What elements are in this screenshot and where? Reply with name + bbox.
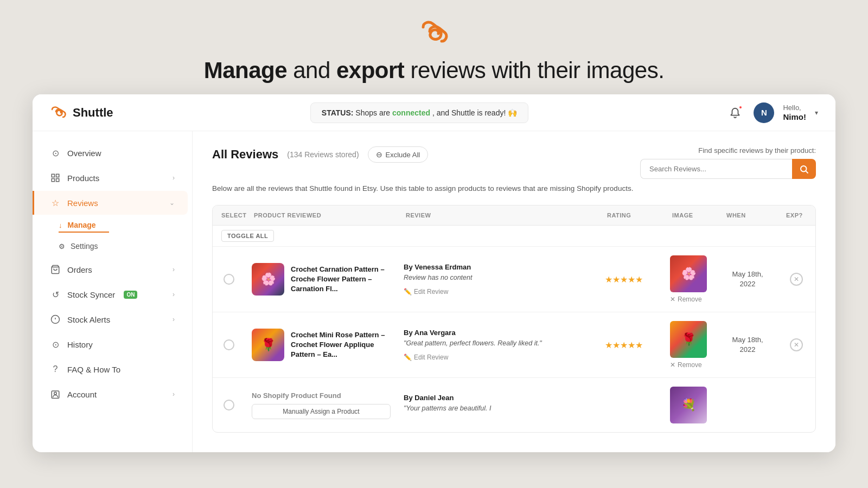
sidebar-item-history[interactable]: ⊙ History [37, 332, 188, 356]
edit-review-button-1[interactable]: ✏️ Edit Review [404, 288, 448, 296]
image-cell-1: 🌸 ✕ Remove [663, 255, 718, 303]
table-row: 🌹 Crochet Mini Rose Pattern – Crochet Fl… [213, 312, 815, 378]
status-badge: STATUS: Shops are connected , and Shuttl… [310, 102, 528, 123]
review-text-1: Review has no content [404, 273, 592, 283]
exp-cell-1: ✕ [777, 273, 815, 286]
product-thumb-2: 🌹 [252, 329, 284, 361]
app-body: ⊙ Overview Products › ☆ Reviews ⌄ [33, 131, 835, 452]
remove-x-icon-2: ✕ [670, 361, 675, 369]
reviews-search-wrapper: All Reviews (134 Reviews stored) ⊖ Exclu… [212, 146, 816, 179]
svg-point-10 [801, 166, 807, 172]
product-cell-2: 🌹 Crochet Mini Rose Pattern – Crochet Fl… [245, 329, 397, 361]
app-logo: Shuttle [50, 104, 113, 121]
stars-1: ★★★★★ [605, 274, 657, 285]
reviewer-name-2: By Ana Vergara [404, 329, 592, 337]
select-radio-2[interactable] [224, 339, 234, 350]
search-input[interactable] [640, 159, 792, 179]
edit-review-button-2[interactable]: ✏️ Edit Review [404, 354, 448, 361]
edit-icon-1: ✏️ [404, 288, 412, 296]
reviews-chevron: ⌄ [169, 199, 175, 207]
product-thumb-1: 🌸 [252, 263, 284, 296]
reviews-title-row: All Reviews (134 Reviews stored) ⊖ Exclu… [212, 146, 428, 163]
sidebar-item-stock-alerts[interactable]: Stock Alerts › [37, 307, 188, 331]
exp-remove-2[interactable]: ✕ [790, 338, 803, 351]
remove-button-1[interactable]: ✕ Remove [670, 296, 702, 303]
notification-button[interactable] [725, 103, 745, 123]
review-text-3: "Your patterns are beautiful. I [404, 404, 592, 414]
select-radio-3[interactable] [224, 400, 234, 410]
stock-syncer-chevron: › [173, 291, 175, 298]
products-chevron: › [173, 174, 175, 182]
select-radio-1[interactable] [224, 274, 234, 285]
remove-button-2[interactable]: ✕ Remove [670, 361, 702, 369]
manage-icon: ↓ [59, 221, 62, 229]
search-button[interactable] [792, 159, 816, 179]
reviews-icon: ☆ [50, 197, 61, 208]
sidebar-item-products[interactable]: Products › [37, 166, 188, 190]
account-icon [50, 389, 61, 400]
sidebar-item-orders[interactable]: Orders › [37, 258, 188, 281]
search-row [640, 159, 816, 179]
shuttle-logo-icon [50, 104, 67, 121]
sidebar-sub-settings[interactable]: ⚙ Settings [59, 237, 192, 255]
svg-rect-3 [56, 179, 59, 182]
svg-rect-2 [52, 179, 54, 182]
review-cell-3: By Daniel Jean "Your patterns are beauti… [397, 394, 598, 417]
exp-cell-2: ✕ [777, 338, 815, 351]
select-cell-3 [213, 400, 245, 410]
svg-line-11 [806, 171, 808, 173]
select-cell-2 [213, 339, 245, 350]
app-logo-text: Shuttle [73, 106, 113, 120]
select-cell-1 [213, 274, 245, 285]
notification-dot [738, 105, 743, 110]
overview-icon: ⊙ [50, 147, 61, 158]
stock-alerts-icon [50, 314, 61, 325]
toggle-all-button[interactable]: TOGGLE ALL [221, 230, 274, 242]
col-review: REVIEW [397, 206, 598, 225]
sidebar-label-stock-alerts: Stock Alerts [67, 315, 110, 324]
sidebar-label-history: History [67, 340, 93, 349]
main-content: All Reviews (134 Reviews stored) ⊖ Exclu… [193, 131, 835, 452]
assign-product-button[interactable]: Manually Assign a Product [252, 404, 391, 419]
date-cell-2: May 18th, 2022 [718, 335, 777, 355]
col-exp: EXP? [777, 206, 815, 225]
settings-sub-icon: ⚙ [59, 242, 65, 251]
svg-rect-1 [56, 174, 59, 177]
user-info: Hello, Nimo! [783, 104, 806, 121]
product-cell-1: 🌸 Crochet Carnation Pattern – Croche Flo… [245, 263, 397, 296]
sidebar-item-reviews[interactable]: ☆ Reviews ⌄ [33, 191, 188, 215]
search-label: Find specific reviews by their product: [698, 146, 816, 155]
user-avatar: N [754, 102, 774, 123]
date-text-2: May 18th, 2022 [724, 335, 771, 355]
sidebar-item-stock-syncer[interactable]: ↺ Stock Syncer ON › [37, 282, 188, 306]
description-text: Below are all the reviews that Shuttle f… [212, 183, 816, 194]
sidebar-sub-manage[interactable]: ↓ Manage [59, 216, 109, 233]
user-menu-chevron[interactable]: ▾ [815, 109, 818, 117]
sidebar-item-overview[interactable]: ⊙ Overview [37, 141, 188, 165]
sidebar-label-products: Products [67, 174, 99, 183]
image-cell-2: 🌹 ✕ Remove [663, 321, 718, 369]
rating-cell-1: ★★★★★ [598, 274, 663, 285]
app-window: Shuttle STATUS: Shops are connected , an… [33, 94, 835, 452]
col-when: WHEN [718, 206, 777, 225]
sidebar-label-reviews: Reviews [67, 198, 98, 208]
search-icon [799, 164, 809, 174]
header-right: N Hello, Nimo! ▾ [725, 102, 818, 123]
reviews-sub-menu: ↓ Manage ⚙ Settings [33, 216, 192, 255]
sidebar-item-account[interactable]: Account › [37, 382, 188, 406]
sidebar-label-settings: Settings [71, 242, 98, 251]
faq-icon: ? [50, 364, 61, 375]
exp-remove-1[interactable]: ✕ [790, 273, 803, 286]
exclude-all-button[interactable]: ⊖ Exclude All [368, 146, 429, 163]
table-row: No Shopify Product Found Manually Assign… [213, 378, 815, 432]
on-badge: ON [124, 291, 137, 299]
products-icon [50, 172, 61, 183]
search-section: Find specific reviews by their product: [640, 146, 816, 179]
app-logo-icon [418, 16, 450, 49]
orders-icon [50, 264, 61, 275]
sidebar: ⊙ Overview Products › ☆ Reviews ⌄ [33, 131, 193, 452]
stars-2: ★★★★★ [605, 340, 657, 350]
remove-x-icon-1: ✕ [670, 296, 675, 303]
account-chevron: › [173, 390, 175, 398]
sidebar-item-faq[interactable]: ? FAQ & How To [37, 357, 188, 381]
